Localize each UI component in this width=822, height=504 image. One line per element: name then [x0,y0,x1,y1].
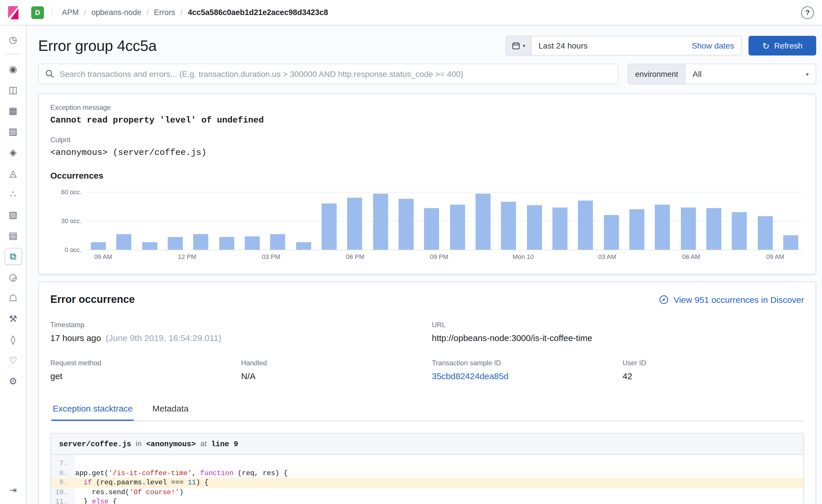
time-range-value[interactable]: Last 24 hours [532,36,685,55]
sidebar-item-dev-tools[interactable]: ⚒ [4,310,22,327]
x-axis-label: 03 AM [598,253,616,260]
breadcrumb-separator: / [147,8,149,17]
chart-bar [501,201,516,250]
line-number: 10. [51,488,75,497]
sidebar-item-maps[interactable]: ◈ [4,144,22,161]
breadcrumb-item: 4cc5a586c0aeb1d21e2acec98d3423c8 [188,8,328,17]
sidebar-item-uptime[interactable]: ◶ [4,269,22,286]
sidebar-item-graph[interactable]: ∴ [4,186,22,202]
sidebar-item-machine-learning[interactable]: ◬ [4,165,22,181]
sidebar-item-infrastructure[interactable]: ▧ [4,206,22,223]
breadcrumb-item[interactable]: APM [62,8,79,17]
sidebar-divider [5,54,21,54]
sidebar-item-management[interactable]: ⚙ [4,373,22,390]
tab-exception-stacktrace[interactable]: Exception stacktrace [51,397,134,421]
environment-select[interactable]: All ▾ [686,64,816,84]
kibana-logo-mark [6,5,21,20]
field-timestamp: Timestamp 17 hours ago (June 9th 2019, 1… [50,321,423,343]
sidebar-item-dashboard[interactable]: ▦ [4,102,22,119]
tab-metadata[interactable]: Metadata [151,397,190,421]
refresh-button[interactable]: ↻ Refresh [749,36,816,55]
request-method-value: get [50,371,232,381]
x-axis-label: 09 AM [94,253,112,260]
breadcrumb-item[interactable]: opbeans-node [91,8,141,17]
transaction-sample-id-label: Transaction sample ID [432,359,613,367]
code-source: if (req.paarms.level === 11) { [75,478,804,488]
kibana-logo[interactable] [0,5,27,20]
sidebar-item-recently-viewed[interactable]: ◷ [4,31,22,48]
handled-label: Handled [241,359,423,367]
chart-bar [168,237,183,250]
occurrences-chart-title: Occurrences [50,171,804,180]
x-axis-label: 06 PM [346,253,364,260]
user-id-label: User ID [623,359,804,367]
screenshot-stage: D APM/opbeans-node/Errors/4cc5a586c0aeb1… [0,0,822,504]
chart-bar [578,201,593,250]
chart-bar [245,236,260,250]
chart-bar [783,235,798,250]
line-number: 9. [51,478,75,488]
x-axis-label: 12 PM [178,253,196,260]
search-box [38,64,619,84]
show-dates-button[interactable]: Show dates [685,36,741,55]
search-input[interactable] [60,69,611,79]
request-method-label: Request method [50,359,232,367]
environment-filter-label: environment [628,64,686,84]
field-handled: Handled N/A [241,359,423,381]
chart-bar [732,212,747,250]
sidebar-item-apm[interactable]: ⧉ [4,248,22,265]
timestamp-relative: 17 hours ago [50,333,101,343]
sidebar-item-visualize[interactable]: ◫ [4,81,22,98]
code-line: 11. } else { [51,497,804,504]
chart-bar [193,234,209,250]
handled-value: N/A [241,371,423,381]
sidebar-item-canvas[interactable]: ▨ [4,123,22,140]
title-row: Error group 4cc5a ▾ Last 24 hours Show d… [38,36,816,55]
chart-bar [219,237,234,250]
x-axis: 09 AM12 PM03 PM06 PM09 PMMon 1003 AM06 A… [87,253,802,262]
chart-bar [603,215,619,250]
sidebar-item-logs[interactable]: ▤ [4,227,22,244]
x-axis-label: Mon 10 [512,253,534,260]
code-line: 7. [51,459,804,468]
collapse-nav-icon[interactable]: ⇥ [4,481,22,498]
date-quick-select-button[interactable]: ▾ [506,36,532,55]
chart-bar [424,208,439,250]
chart-bar [116,234,131,250]
view-in-discover-link[interactable]: View 951 occurrences in Discover [659,295,804,305]
space-badge[interactable]: D [31,6,44,19]
stackframe-file: server/coffee.js [59,440,131,449]
help-icon[interactable]: ? [801,6,814,19]
breadcrumb-item[interactable]: Errors [154,8,175,17]
y-axis-label: 0 occ. [50,246,81,253]
exception-message: Cannot read property 'level' of undefine… [50,116,804,125]
breadcrumb-separator: / [84,8,86,17]
code-source: res.send('Of course!') [75,488,804,497]
code-source: app.get('/is-it-coffee-time', function (… [75,468,804,478]
chart-bar [475,194,490,250]
chart-bar [758,216,773,250]
url-label: URL [432,321,804,329]
transaction-sample-id-link[interactable]: 35cbd82424dea85d [432,371,613,381]
refresh-icon: ↻ [762,41,769,50]
sidebar-item-siem[interactable]: ☖ [4,290,22,306]
main-content: Error group 4cc5a ▾ Last 24 hours Show d… [27,25,822,504]
breadcrumb-separator: / [180,8,183,17]
line-number: 11. [51,497,75,504]
stackframe-function: <anonymous> [146,440,196,449]
sidebar-apps: ◉◫▦▨◈◬∴▧▤⧉◶☖⚒◊♡⚙ [4,61,22,394]
occurrence-fields: Timestamp 17 hours ago (June 9th 2019, 1… [50,321,804,381]
code-source: } else { [75,497,804,504]
chevron-down-icon: ▾ [523,43,525,48]
environment-selected-value: All [693,69,702,79]
sidebar-item-monitoring[interactable]: ♡ [4,352,22,369]
occurrence-header: Error occurrence View 951 occurrences in… [50,294,804,306]
sidebar-item-discover[interactable]: ◉ [4,61,22,77]
x-axis-label: 09 PM [430,253,448,260]
topbar-divider [52,7,53,18]
chart-bar [399,199,414,250]
sidebar-item-code[interactable]: ◊ [4,331,22,348]
chart-bar [706,208,721,250]
occurrences-plot [87,192,802,250]
code-source [75,459,804,468]
